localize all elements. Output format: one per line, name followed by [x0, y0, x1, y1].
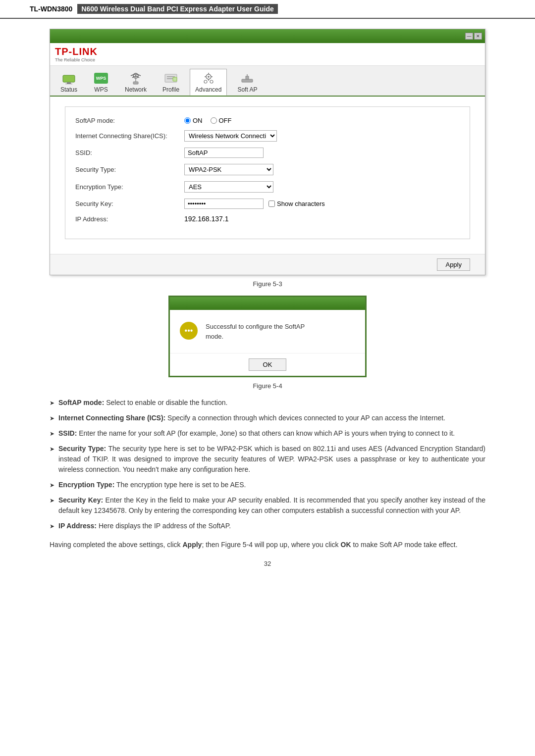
- page-number: 32: [50, 560, 485, 567]
- ics-dropdown[interactable]: Wireless Network Connecti: [184, 130, 277, 142]
- security-key-input[interactable]: [184, 199, 264, 209]
- ssid-control: [184, 148, 264, 158]
- radio-on[interactable]: [184, 117, 191, 124]
- security-key-row: Security Key: Show characters: [75, 199, 460, 209]
- show-characters-text: Show characters: [277, 200, 325, 207]
- security-key-control: Show characters: [184, 199, 325, 209]
- window-controls: — ✕: [465, 33, 482, 40]
- bullet-item-security-key: ➤ Security Key: Enter the Key in the fie…: [50, 495, 485, 516]
- encryption-type-control: AES: [184, 181, 273, 193]
- bullet-term-4: Security Type:: [58, 445, 106, 453]
- nav-profile-label: Profile: [162, 86, 179, 93]
- bullet-item-ip: ➤ IP Address: Here displays the IP addre…: [50, 521, 485, 531]
- model-number: TL-WDN3800: [30, 5, 72, 13]
- bullet-term-2: Internet Connecting Share (ICS):: [58, 414, 165, 422]
- softap-icon: [239, 71, 255, 85]
- bullet-list: ➤ SoftAP mode: Select to enable or disab…: [50, 398, 485, 531]
- status-icon: [61, 71, 77, 85]
- bullet-desc-4: The security type here is set to be WPA2…: [58, 445, 485, 473]
- svg-rect-20: [246, 76, 249, 79]
- softap-form-section: SoftAP mode: ON OFF: [65, 106, 470, 239]
- guide-title: N600 Wireless Dual Band PCI Express Adap…: [77, 4, 277, 14]
- ip-address-value: 192.168.137.1: [184, 215, 229, 223]
- closing-text-3: to make Soft AP mode take effect.: [351, 541, 458, 549]
- bullet-item-ics: ➤ Internet Connecting Share (ICS): Speci…: [50, 413, 485, 423]
- bullet-text-1: SoftAP mode: Select to enable or disable…: [58, 398, 227, 408]
- nav-network[interactable]: Network: [119, 69, 152, 96]
- tp-link-logo: TP-LINK The Reliable Choice: [55, 46, 98, 62]
- encryption-type-label: Encryption Type:: [75, 183, 184, 191]
- nav-status[interactable]: Status: [55, 69, 83, 96]
- bullet-text-2: Internet Connecting Share (ICS): Specify…: [58, 413, 445, 423]
- ip-address-control: 192.168.137.1: [184, 215, 229, 223]
- svg-point-18: [210, 80, 213, 83]
- radio-on-label[interactable]: ON: [184, 117, 203, 124]
- apply-button[interactable]: Apply: [437, 258, 470, 271]
- bullet-desc-2: Specify a connection through which devic…: [165, 414, 445, 422]
- network-icon: [128, 71, 144, 85]
- bullet-text-5: Encryption Type: The encryption type her…: [58, 480, 246, 490]
- bullet-desc-5: The encryption type here is set to be AE…: [114, 481, 246, 489]
- bullet-term-5: Encryption Type:: [58, 481, 114, 489]
- logo-bar: TP-LINK The Reliable Choice: [50, 43, 485, 66]
- security-type-label: Security Type:: [75, 166, 184, 173]
- bullet-desc-1: Select to enable or disable the function…: [104, 399, 227, 406]
- security-type-control: WPA2-PSK: [184, 164, 273, 175]
- softap-mode-row: SoftAP mode: ON OFF: [75, 117, 460, 124]
- radio-off[interactable]: [211, 117, 217, 124]
- nav-softap[interactable]: Soft AP: [232, 69, 263, 96]
- form-content: SoftAP mode: ON OFF: [50, 97, 485, 254]
- svg-rect-6: [133, 82, 138, 84]
- dialog-window: ••• Successful to configure the SoftAP m…: [168, 296, 367, 377]
- form-footer: Apply: [50, 254, 485, 275]
- encryption-type-dropdown[interactable]: AES: [184, 181, 273, 193]
- nav-wps[interactable]: WPS WPS: [88, 69, 114, 96]
- dialog-content: ••• Successful to configure the SoftAP m…: [170, 310, 365, 353]
- radio-off-text: OFF: [219, 117, 232, 124]
- tplink-window: — ✕ TP-LINK The Reliable Choice: [50, 29, 485, 275]
- bullet-desc-6: Enter the Key in the field to make your …: [58, 496, 485, 514]
- minimize-button[interactable]: —: [465, 33, 473, 40]
- ok-button[interactable]: OK: [249, 358, 287, 371]
- navigation-bar: Status WPS WPS: [50, 66, 485, 97]
- figure4-label: Figure 5-4: [50, 382, 485, 390]
- bullet-arrow-2: ➤: [50, 414, 54, 423]
- bullet-arrow-4: ➤: [50, 445, 54, 454]
- show-characters-checkbox[interactable]: [268, 201, 275, 207]
- bullet-arrow-1: ➤: [50, 399, 54, 407]
- security-type-dropdown[interactable]: WPA2-PSK: [184, 164, 273, 175]
- bullet-desc-3: Enter the name for your soft AP (for exa…: [77, 429, 455, 437]
- dialog-icon-dots: •••: [185, 326, 193, 335]
- titlebar: — ✕: [50, 29, 485, 43]
- bullet-term-3: SSID:: [58, 429, 77, 437]
- nav-softap-label: Soft AP: [237, 86, 257, 93]
- ics-control: Wireless Network Connecti: [184, 130, 277, 142]
- bullet-term-7: IP Address:: [58, 522, 97, 530]
- bullet-text-4: Security Type: The security type here is…: [58, 444, 485, 475]
- ip-address-row: IP Address: 192.168.137.1: [75, 215, 460, 223]
- bullet-item-softap-mode: ➤ SoftAP mode: Select to enable or disab…: [50, 398, 485, 408]
- svg-rect-1: [67, 82, 71, 84]
- ssid-row: SSID:: [75, 148, 460, 158]
- ip-address-label: IP Address:: [75, 215, 184, 223]
- svg-rect-10: [173, 77, 177, 81]
- radio-off-label[interactable]: OFF: [211, 117, 232, 124]
- nav-profile[interactable]: Profile: [157, 69, 185, 96]
- page-header: TL-WDN3800 N600 Wireless Dual Band PCI E…: [0, 0, 535, 19]
- wps-icon: WPS: [93, 71, 109, 85]
- bullet-desc-7: Here displays the IP address of the Soft…: [97, 522, 231, 530]
- bullet-item-security-type: ➤ Security Type: The security type here …: [50, 444, 485, 475]
- ssid-input[interactable]: [184, 148, 264, 158]
- closing-text-2: ; then Figure 5-4 will pop up, where you…: [202, 541, 340, 549]
- content-wrapper: — ✕ TP-LINK The Reliable Choice: [0, 19, 535, 577]
- softap-mode-label: SoftAP mode:: [75, 117, 184, 124]
- show-characters-label[interactable]: Show characters: [268, 200, 325, 207]
- closing-ok-text: OK: [341, 541, 351, 549]
- nav-advanced[interactable]: Advanced: [190, 69, 227, 96]
- figure3-label: Figure 5-3: [50, 280, 485, 288]
- encryption-type-row: Encryption Type: AES: [75, 181, 460, 193]
- dialog-footer: OK: [170, 353, 365, 376]
- bullet-term-1: SoftAP mode:: [58, 399, 104, 406]
- close-button[interactable]: ✕: [474, 33, 482, 40]
- bullet-arrow-5: ➤: [50, 481, 54, 490]
